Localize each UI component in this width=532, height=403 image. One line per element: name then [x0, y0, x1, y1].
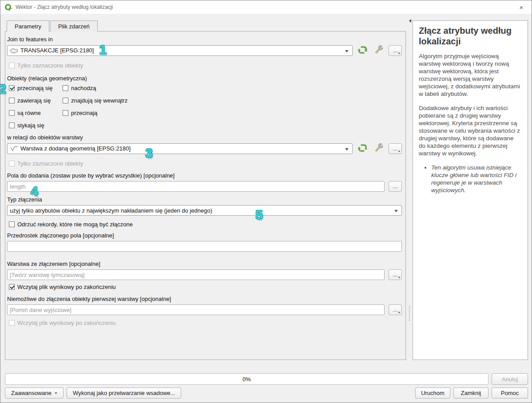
cancel-label: Anuluj: [502, 376, 518, 383]
unjoinable-browse-button[interactable]: …: [389, 304, 402, 315]
wrench-icon: [373, 142, 384, 154]
input-layer-row: TRANSAKCJE [EPSG:2180]: [7, 45, 402, 56]
input-layer-browse-button[interactable]: …: [389, 45, 402, 56]
help-title: Złącz atrybuty według lokalizacji: [419, 25, 522, 47]
corner-arrow-icon: [398, 150, 401, 153]
help-paragraph-1: Algorytm przyjmuje wejściową warstwę wek…: [419, 52, 522, 98]
fields-input[interactable]: length: [7, 181, 385, 192]
ellipsis-icon: …: [393, 48, 398, 53]
predicate-checkbox-intersect[interactable]: przecinają się: [9, 85, 63, 91]
close-icon[interactable]: ×: [511, 0, 532, 14]
open-output2-checkbox: Wczytaj plik wynikowy po zakończeniu: [9, 320, 402, 326]
button-row: Zaawansowane Wykonaj jako przetwarzanie …: [5, 387, 528, 399]
join-layer-select[interactable]: Warstwa z dodaną geometrią [EPSG:2180]: [7, 143, 353, 154]
window-title: Wektor - Złącz atrybuty według lokalizac…: [16, 4, 113, 10]
input-layer-select[interactable]: TRANSAKCJE [EPSG:2180]: [7, 45, 353, 56]
checkbox-icon: [9, 63, 15, 68]
checkbox-icon[interactable]: [9, 110, 15, 116]
predicate-label-cross: przecinają: [71, 110, 97, 116]
predicate-label-touch: stykają się: [17, 122, 44, 129]
fields-value: length: [10, 183, 25, 190]
predicate-checkbox-cross[interactable]: przecinają: [63, 110, 402, 116]
checkbox-icon: [9, 320, 15, 326]
advanced-label: Zaawansowane: [11, 390, 52, 396]
output-layer-input[interactable]: [Twórz warstwę tymczasową]: [7, 269, 385, 280]
checkbox-icon[interactable]: [9, 85, 15, 91]
annotation-4: 4: [31, 184, 38, 199]
progress-row: 0% Anuluj: [5, 373, 528, 385]
checkbox-icon[interactable]: [9, 122, 15, 128]
help-panel: Złącz atrybuty według lokalizacji Algory…: [413, 20, 528, 360]
fields-label: Pola do dodania (zostaw puste by wybrać …: [7, 172, 402, 179]
predicate-checkbox-contain[interactable]: zawierają się: [9, 97, 63, 104]
checkbox-icon[interactable]: [9, 284, 15, 290]
input-layer-value: TRANSAKCJE [EPSG:2180]: [20, 47, 94, 54]
iterate-over-layer-button[interactable]: [357, 143, 369, 154]
cancel-button[interactable]: Anuluj: [492, 373, 528, 385]
discard-nonmatching-label: Odrzuć rekordy, które nie mogą być złącz…: [17, 221, 133, 228]
unjoinable-input[interactable]: [Pomiń dane wyjściowe]: [7, 304, 385, 315]
open-output-checkbox[interactable]: Wczytaj plik wynikowy po zakończeniu: [9, 284, 402, 290]
help-notes-list: Ten algorytm usuwa istniejące klucze głó…: [431, 164, 522, 194]
checkbox-icon[interactable]: [9, 221, 15, 227]
predicate-checkbox-overlap[interactable]: nachodzą: [63, 85, 402, 91]
open-output-label: Wczytaj plik wynikowy po zakończeniu: [17, 284, 116, 290]
footer: 0% Anuluj Zaawansowane Wykonaj jako prze…: [5, 373, 528, 399]
ellipsis-icon: …: [393, 308, 398, 312]
iterate-over-layer-button[interactable]: [357, 45, 369, 56]
help-paragraph-2: Dodatkowe atrybuty i ich wartości pobier…: [419, 104, 522, 157]
only-selected-top-label: Tylko zaznaczone obiekty: [17, 62, 83, 69]
tab-plik-zdarzen[interactable]: Plik zdarzeń: [50, 20, 98, 32]
line-layer-icon: [10, 146, 19, 152]
ellipsis-icon: …: [393, 273, 398, 277]
run-label: Uruchom: [421, 390, 445, 396]
fields-row: length …: [7, 181, 402, 192]
predicate-checkbox-equal[interactable]: są równe: [9, 110, 63, 116]
join-type-label: Typ złączenia: [7, 196, 402, 203]
output-layer-browse-button[interactable]: …: [389, 269, 402, 280]
annotation-5: 5: [255, 207, 263, 222]
advanced-menu-button[interactable]: Zaawansowane: [5, 387, 64, 399]
splitter-handle[interactable]: [409, 306, 410, 321]
join-type-select[interactable]: użyj tylko atrybutów obiektu z największ…: [7, 205, 402, 216]
chevron-down-icon: [345, 50, 349, 54]
predicate-label-equal: są równe: [17, 110, 41, 116]
splitter-collapse-icon[interactable]: [407, 19, 411, 23]
close-dialog-button[interactable]: Zamknij: [453, 387, 488, 399]
parameters-panel: Join to features in TRANSAKCJE [EPSG:218…: [5, 31, 406, 360]
only-selected-bottom-checkbox: Tylko zaznaczone obiekty: [9, 160, 402, 167]
output-layer-row: [Twórz warstwę tymczasową] …: [7, 269, 402, 280]
advanced-options-button[interactable]: [373, 143, 385, 154]
help-button[interactable]: Pomoc: [492, 387, 528, 399]
corner-arrow-icon: [398, 52, 401, 55]
only-selected-bottom-label: Tylko zaznaczone obiekty: [17, 160, 83, 167]
output-layer-placeholder: [Twórz warstwę tymczasową]: [10, 272, 84, 278]
discard-nonmatching-checkbox[interactable]: Odrzuć rekordy, które nie mogą być złącz…: [9, 221, 402, 228]
checkbox-icon[interactable]: [63, 110, 68, 116]
compare-layer-label: w relacji do obiektów warstwy: [7, 134, 402, 141]
join-to-label: Join to features in: [7, 36, 402, 43]
fields-browse-button[interactable]: …: [389, 181, 402, 192]
polygon-layer-icon: [10, 47, 19, 54]
predicate-label: Obiekty (relacja geometryczna): [7, 75, 402, 82]
checkbox-icon[interactable]: [9, 98, 15, 103]
predicate-checkbox-touch[interactable]: stykają się: [9, 122, 63, 129]
open-output2-label: Wczytaj plik wynikowy po zakończeniu: [17, 320, 116, 326]
predicate-checkbox-within[interactable]: znajdują się wewnątrz: [63, 97, 402, 104]
batch-process-button[interactable]: Wykonaj jako przetwarzanie wsadowe...: [67, 387, 181, 399]
chevron-down-icon: [345, 148, 349, 152]
ellipsis-icon: …: [393, 146, 398, 151]
tab-parametry[interactable]: Parametry: [7, 20, 49, 32]
advanced-options-button[interactable]: [373, 45, 385, 56]
join-layer-browse-button[interactable]: …: [389, 143, 402, 154]
checkbox-icon[interactable]: [63, 98, 68, 103]
join-type-value: użyj tylko atrybutów obiektu z największ…: [10, 207, 212, 214]
help-label: Pomoc: [501, 390, 519, 396]
unjoinable-row: [Pomiń dane wyjściowe] …: [7, 304, 402, 315]
checkbox-icon[interactable]: [63, 85, 68, 91]
unjoinable-placeholder: [Pomiń dane wyjściowe]: [10, 307, 71, 313]
prefix-input[interactable]: [7, 241, 402, 252]
only-selected-top-checkbox: Tylko zaznaczone obiekty: [9, 62, 402, 69]
run-button[interactable]: Uruchom: [415, 387, 450, 399]
titlebar: Wektor - Złącz atrybuty według lokalizac…: [0, 0, 532, 14]
